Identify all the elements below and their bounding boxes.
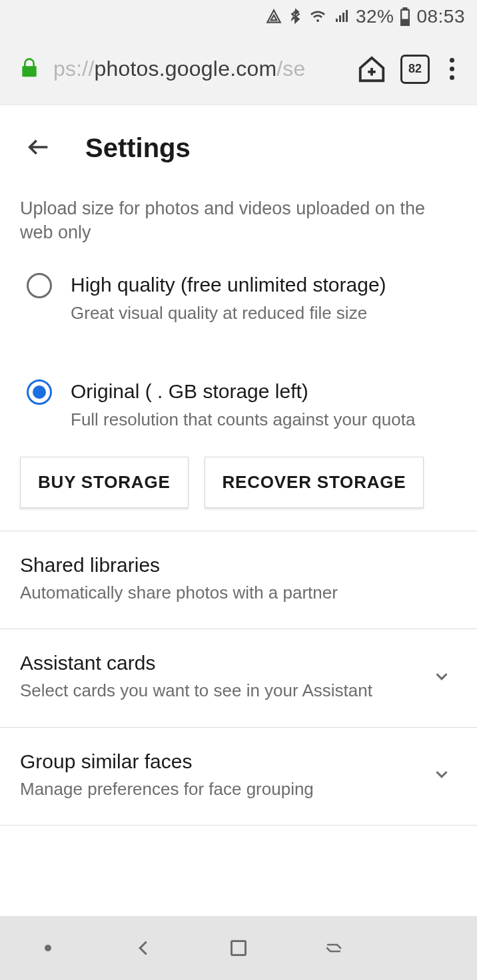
clock: 08:53: [416, 6, 465, 27]
nav-spacer: [409, 928, 449, 968]
row-title: Group similar faces: [20, 750, 421, 773]
row-sub: Manage preferences for face grouping: [20, 777, 421, 801]
nav-home-icon[interactable]: [219, 928, 258, 968]
nav-dot-icon[interactable]: [28, 928, 68, 968]
wifi-icon: [308, 9, 328, 25]
option-label: High quality (free unlimited storage): [71, 272, 457, 298]
data-saver-icon: [265, 8, 282, 25]
chevron-down-icon: [432, 764, 457, 787]
svg-rect-3: [231, 941, 245, 955]
menu-icon[interactable]: [443, 58, 461, 80]
option-original[interactable]: Original ( . GB storage left) Full resol…: [0, 358, 477, 438]
radio-selected-icon[interactable]: [27, 379, 52, 405]
back-arrow-icon[interactable]: [25, 134, 52, 163]
buy-storage-button[interactable]: BUY STORAGE: [20, 457, 189, 508]
tab-count: 82: [408, 62, 422, 76]
lock-icon: [19, 55, 40, 83]
divider: [0, 825, 477, 826]
option-sub: Great visual quality at reduced file siz…: [71, 302, 457, 325]
row-title: Assistant cards: [20, 652, 421, 674]
row-assistant-cards[interactable]: Assistant cards Select cards you want to…: [0, 629, 477, 726]
svg-rect-2: [402, 20, 410, 25]
option-sub: Full resolution that counts against your…: [71, 408, 457, 431]
nav-back-icon[interactable]: [123, 928, 163, 968]
recover-storage-button[interactable]: RECOVER STORAGE: [205, 457, 424, 508]
chevron-down-icon: [432, 666, 457, 689]
tabs-button[interactable]: 82: [400, 55, 430, 84]
row-shared-libraries[interactable]: Shared libraries Automatically share pho…: [0, 531, 477, 628]
radio-unselected-icon[interactable]: [27, 273, 52, 298]
nav-recents-icon[interactable]: [314, 928, 354, 968]
option-label: Original ( . GB storage left): [71, 378, 457, 404]
page-content: Settings Upload size for photos and vide…: [0, 105, 477, 826]
bluetooth-icon: [288, 7, 302, 26]
signal-icon: [333, 9, 350, 25]
home-add-icon[interactable]: [356, 54, 387, 85]
android-nav-bar: [0, 916, 477, 980]
battery-icon: [399, 7, 411, 26]
url-text[interactable]: ps://photos.google.com/se: [53, 57, 343, 81]
option-high-quality[interactable]: High quality (free unlimited storage) Gr…: [0, 252, 477, 332]
android-status-bar: 32% 08:53: [0, 0, 477, 33]
row-title: Shared libraries: [20, 554, 457, 577]
battery-percent: 32%: [356, 6, 394, 27]
row-sub: Select cards you want to see in your Ass…: [20, 678, 421, 702]
row-sub: Automatically share photos with a partne…: [20, 581, 457, 605]
upload-size-description: Upload size for photos and videos upload…: [0, 183, 477, 252]
browser-address-bar: ps://photos.google.com/se 82: [0, 33, 477, 105]
row-group-similar-faces[interactable]: Group similar faces Manage preferences f…: [0, 728, 477, 825]
page-title: Settings: [85, 133, 191, 163]
svg-rect-1: [404, 8, 407, 9]
